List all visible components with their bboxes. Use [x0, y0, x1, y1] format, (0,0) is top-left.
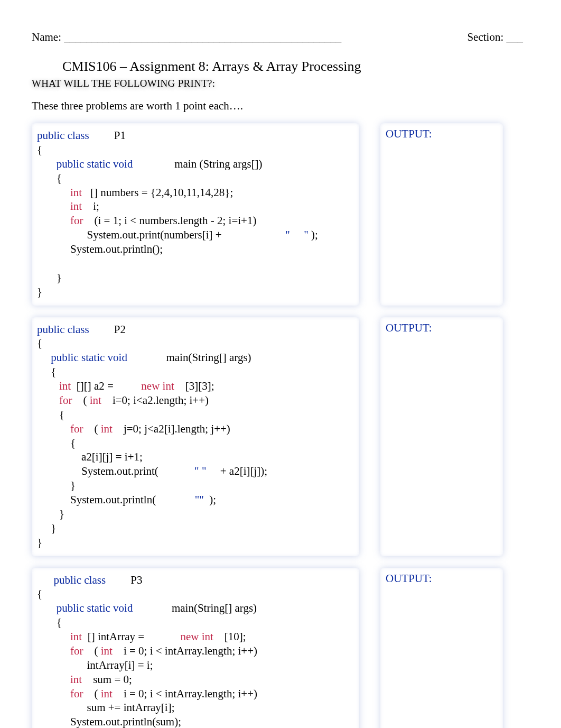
code-text: { [37, 337, 42, 349]
problem-2: public class P2 { public static void mai… [32, 317, 523, 556]
code-text: System.out.print(numbers[i] + [37, 228, 285, 241]
code-text: i; [82, 200, 99, 213]
code-text: a2[i][j] = i+1; [37, 450, 143, 463]
keyword-new-int: new int [141, 380, 174, 392]
code-text: } [37, 536, 42, 549]
code-text: } [37, 271, 62, 284]
code-text: System.out.println( [37, 493, 195, 506]
keyword-int: int [37, 630, 82, 643]
keyword-int: int [101, 644, 113, 657]
keyword-int: int [37, 186, 82, 199]
code-box-p1: public class P1 { public static void mai… [32, 123, 359, 306]
intro-text: These three problems are worth 1 point e… [32, 99, 523, 113]
keyword-int: int [37, 673, 82, 686]
code-text: ( [83, 422, 101, 435]
code-text: { [37, 172, 62, 185]
problem-3: public class P3 { public static void mai… [32, 568, 523, 729]
code-box-p2: public class P2 { public static void mai… [32, 317, 359, 556]
code-text: + a2[i][j]); [207, 465, 268, 477]
code-text: } [37, 522, 56, 535]
keyword-int: int [90, 394, 101, 407]
code-text: [] intArray = [82, 630, 180, 643]
code-text: P2 [89, 323, 126, 336]
code-text: } [37, 285, 42, 298]
code-text: System.out.print( [37, 465, 194, 477]
code-text: [] numbers = {2,4,10,11,14,28}; [82, 186, 233, 199]
keyword-int: int [37, 380, 71, 392]
keyword-new-int: new int [180, 630, 213, 643]
code-text: sum += intArray[i]; [37, 701, 175, 714]
code-text: [][] a2 = [71, 380, 141, 392]
keyword-for: for [37, 422, 83, 435]
code-text: ); [308, 228, 318, 241]
page-title: CMIS106 – Assignment 8: Arrays & Array P… [62, 59, 523, 75]
code-text: { [37, 587, 42, 600]
keyword-int: int [101, 422, 113, 435]
code-text: i = 0; i < intArray.length; i++) [113, 644, 257, 657]
keyword-int: int [37, 200, 82, 213]
code-text: } [37, 479, 76, 492]
code-text: main(String[] args) [133, 602, 257, 614]
code-text: [10]; [213, 630, 246, 643]
code-text: main(String[] args) [127, 351, 251, 364]
output-label: OUTPUT: [386, 572, 432, 585]
keyword-public: public class [37, 129, 89, 142]
code-text: { [37, 143, 42, 156]
code-text: (i = 1; i < numbers.length - 2; i=i+1) [83, 214, 257, 227]
code-text: ( [83, 687, 101, 700]
keyword-for: for [37, 394, 72, 407]
code-text: { [37, 616, 62, 629]
code-text: System.out.println(sum); [37, 715, 181, 728]
code-text: { [37, 408, 64, 421]
code-text: ); [204, 493, 216, 506]
name-field-label: Name: __________________________________… [32, 31, 341, 44]
code-text: { [37, 437, 76, 449]
output-label: OUTPUT: [386, 127, 432, 140]
keyword-for: for [37, 214, 83, 227]
problem-1: public class P1 { public static void mai… [32, 123, 523, 306]
code-text: { [37, 365, 56, 378]
header-line: Name: __________________________________… [32, 31, 523, 44]
keyword-public-static-void: public static void [37, 158, 133, 170]
output-box-p2: OUTPUT: [380, 317, 503, 556]
code-text: i=0; i<a2.length; i++) [101, 394, 209, 407]
code-text: ( [83, 644, 101, 657]
section-field-label: Section: ___ [467, 31, 523, 44]
string-literal: "" [195, 493, 204, 506]
code-text: P3 [106, 574, 142, 586]
keyword-for: for [37, 644, 83, 657]
code-text: sum = 0; [82, 673, 132, 686]
code-text: System.out.println(); [37, 243, 163, 255]
output-label: OUTPUT: [386, 321, 432, 334]
keyword-public: public class [37, 574, 106, 586]
keyword-public: public class [37, 323, 89, 336]
code-text: intArray[i] = i; [37, 659, 153, 671]
keyword-public-static-void: public static void [37, 351, 127, 364]
code-text: ( [72, 394, 90, 407]
code-text: [3][3]; [174, 380, 214, 392]
page-subtitle: WHAT WILL THE FOLLOWING PRINT?: [32, 78, 215, 89]
code-text: } [37, 508, 64, 520]
code-text: j=0; j<a2[i].length; j++) [113, 422, 230, 435]
keyword-public-static-void: public static void [37, 602, 133, 614]
output-box-p1: OUTPUT: [380, 123, 503, 306]
keyword-int: int [101, 687, 113, 700]
output-box-p3: OUTPUT: [380, 568, 503, 729]
code-box-p3: public class P3 { public static void mai… [32, 568, 359, 729]
code-text: P1 [89, 129, 126, 142]
keyword-for: for [37, 687, 83, 700]
string-literal: " " [194, 465, 206, 477]
string-literal: " " [285, 228, 308, 241]
code-text: i = 0; i < intArray.length; i++) [113, 687, 257, 700]
code-text: main (String args[]) [133, 158, 262, 170]
